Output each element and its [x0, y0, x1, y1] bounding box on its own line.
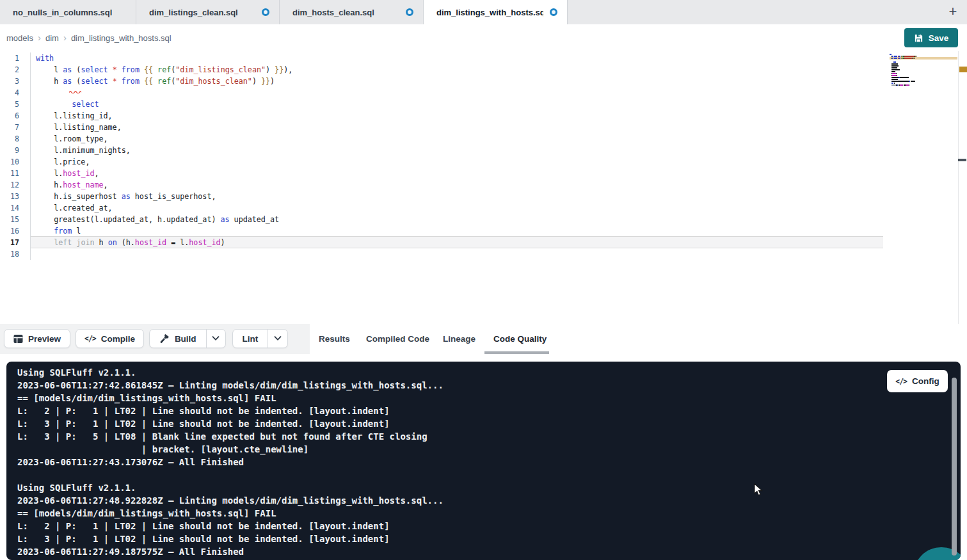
code-line-15: greatest(l.updated_at, h.updated_at) as … — [36, 214, 279, 225]
tab-label: dim_listings_clean.sql — [149, 8, 238, 17]
line-number: 8 — [0, 133, 19, 145]
breadcrumb-item-dim-listings-with-hosts-sql[interactable]: dim_listings_with_hosts.sql — [71, 33, 172, 43]
minimap-line — [890, 73, 896, 74]
build-button-label: Build — [175, 334, 196, 344]
terminal-line: 2023-06-06T11:27:43.173076Z – All Finish… — [17, 456, 941, 468]
editor-tab-bar: no_nulls_in_columns.sqldim_listings_clea… — [0, 0, 967, 24]
line-number: 11 — [0, 168, 19, 179]
minimap-line — [890, 81, 915, 82]
code-line-2: l as (select * from {{ ref("dim_listings… — [36, 64, 292, 76]
terminal-line: L: 3 | P: 1 | LT02 | Line should not be … — [17, 532, 941, 545]
build-dropdown-button[interactable] — [207, 330, 226, 348]
code-line-7: l.listing_name, — [36, 122, 122, 133]
code-line-17: left join h on (h.host_id = l.host_id) — [36, 237, 225, 248]
editor-tab-dim-hosts-clean-sql[interactable]: dim_hosts_clean.sql — [280, 0, 424, 24]
table-icon — [13, 334, 23, 344]
terminal-line: 2023-06-06T11:27:48.922828Z – Linting mo… — [17, 494, 941, 507]
compile-button-label: Compile — [101, 334, 135, 344]
lint-button[interactable]: Lint — [233, 330, 268, 348]
breadcrumb-bar: models›dim›dim_listings_with_hosts.sql S… — [0, 24, 967, 51]
terminal-line: L: 3 | P: 1 | LT02 | Line should not be … — [17, 417, 941, 430]
line-number: 9 — [0, 145, 19, 156]
breadcrumb-item-dim[interactable]: dim — [45, 33, 59, 43]
terminal-scrollbar[interactable] — [952, 378, 957, 556]
line-number: 18 — [0, 248, 19, 260]
unsaved-changes-icon — [550, 8, 557, 16]
minimap-line — [890, 79, 898, 80]
terminal-output: Using SQLFluff v2.1.1.2023-06-06T11:27:4… — [17, 366, 941, 558]
gutter-divider — [30, 52, 31, 260]
line-number: 12 — [0, 179, 19, 191]
code-line-14: l.created_at, — [36, 202, 113, 214]
code-line-10: l.price, — [36, 156, 90, 168]
minimap-line — [890, 56, 916, 57]
breadcrumb: models›dim›dim_listings_with_hosts.sql — [6, 24, 172, 51]
ruler-warning-marker[interactable] — [959, 67, 967, 72]
line-number: 17 — [0, 237, 19, 248]
lint-button-label: Lint — [242, 334, 258, 344]
panel-tab-compiled-code[interactable]: Compiled Code — [366, 324, 429, 354]
minimap-line — [890, 83, 894, 84]
ruler-scroll-marker[interactable] — [958, 159, 966, 161]
terminal-line: L: 2 | P: 1 | LT02 | Line should not be … — [17, 404, 941, 417]
preview-button[interactable]: Preview — [4, 329, 70, 348]
minimap-line — [890, 65, 899, 67]
minimap-line — [890, 71, 895, 72]
breadcrumb-item-models[interactable]: models — [6, 33, 33, 43]
code-line-8: l.room_type, — [36, 133, 108, 145]
editor-tab-dim-listings-clean-sql[interactable]: dim_listings_clean.sql — [136, 0, 280, 24]
panel-tab-results[interactable]: Results — [319, 324, 350, 354]
editor-tab-no-nulls-in-columns-sql[interactable]: no_nulls_in_columns.sql — [0, 0, 136, 24]
terminal-line: L: 3 | P: 5 | LT08 | Blank line expected… — [17, 430, 941, 443]
terminal-line: == [models/dim/dim_listings_with_hosts.s… — [17, 392, 941, 404]
build-button[interactable]: Build — [150, 330, 206, 348]
new-tab-button[interactable]: + — [945, 2, 961, 21]
code-line-11: l.host_id, — [36, 168, 99, 179]
line-number: 2 — [0, 64, 19, 76]
code-line-5: select — [36, 99, 99, 110]
minimap-line — [890, 63, 898, 65]
breadcrumb-separator-icon: › — [63, 32, 67, 43]
terminal-line: 2023-06-06T11:27:49.187575Z – All Finish… — [17, 545, 941, 558]
lint-warning-squiggle — [69, 85, 81, 97]
line-number: 3 — [0, 76, 19, 87]
save-button-label: Save — [929, 33, 949, 43]
overview-ruler-divider — [958, 51, 959, 324]
compile-button[interactable]: </>Compile — [76, 329, 144, 348]
build-split-button: Build — [149, 329, 226, 348]
terminal-line: L: 2 | P: 1 | LT02 | Line should not be … — [17, 520, 941, 532]
tab-label: dim_listings_with_hosts.sql — [436, 8, 543, 17]
terminal-line: Using SQLFluff v2.1.1. — [17, 481, 941, 494]
terminal-line: Using SQLFluff v2.1.1. — [17, 366, 941, 379]
panel-tab-lineage[interactable]: Lineage — [443, 324, 476, 354]
minimap[interactable] — [890, 53, 958, 98]
minimap-line — [890, 75, 897, 76]
line-number: 13 — [0, 191, 19, 202]
line-number: 16 — [0, 225, 19, 237]
line-number: 4 — [0, 87, 19, 99]
preview-button-label: Preview — [28, 334, 61, 344]
editor-tab-dim-listings-with-hosts-sql[interactable]: dim_listings_with_hosts.sql — [424, 0, 568, 24]
line-number: 5 — [0, 99, 19, 110]
mouse-cursor — [754, 483, 763, 499]
line-number: 6 — [0, 110, 19, 122]
active-tab-underline — [484, 351, 549, 354]
unsaved-changes-icon — [406, 8, 413, 16]
minimap-line — [890, 58, 915, 59]
minimap-line — [890, 84, 909, 86]
save-button[interactable]: Save — [904, 28, 958, 47]
code-line-6: l.listing_id, — [36, 110, 113, 122]
panel-tab-code-quality[interactable]: Code Quality — [493, 324, 547, 354]
code-icon: </> — [895, 377, 907, 386]
line-number: 15 — [0, 214, 19, 225]
unsaved-changes-icon — [262, 8, 269, 16]
minimap-line — [890, 77, 909, 78]
code-line-1: with — [36, 52, 54, 64]
lint-dropdown-button[interactable] — [268, 330, 287, 348]
code-line-13: h.is_superhost as host_is_superhost, — [36, 191, 216, 202]
lint-config-button[interactable]: </> Config — [887, 370, 948, 392]
lint-split-button: Lint — [232, 329, 288, 348]
lint-output-terminal[interactable]: Using SQLFluff v2.1.1.2023-06-06T11:27:4… — [6, 362, 961, 560]
code-editor[interactable]: 123456789101112131415161718 with l as (s… — [0, 51, 967, 324]
terminal-line — [17, 468, 941, 481]
